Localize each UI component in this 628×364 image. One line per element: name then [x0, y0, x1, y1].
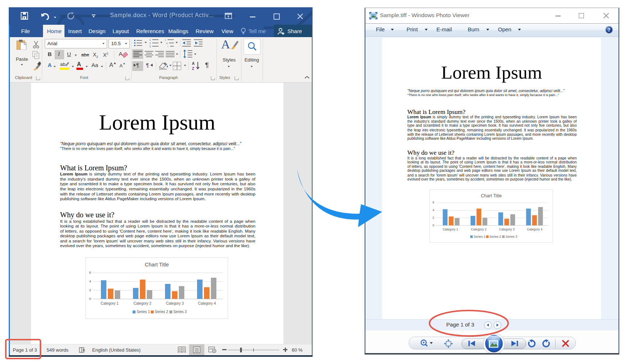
- svg-text:a: a: [166, 42, 168, 44]
- svg-text:?: ?: [608, 27, 611, 33]
- svg-text:1: 1: [165, 39, 166, 41]
- svg-text:2: 2: [149, 42, 151, 44]
- svg-text:Z: Z: [192, 67, 194, 71]
- svg-text:3: 3: [149, 45, 151, 48]
- svg-text:1: 1: [149, 39, 151, 41]
- svg-text:A: A: [192, 62, 195, 66]
- svg-text:i: i: [168, 45, 168, 48]
